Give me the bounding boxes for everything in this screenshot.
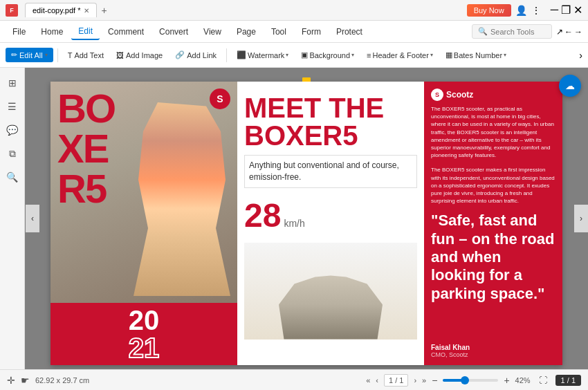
- header-footer-button[interactable]: ≡ Header & Footer ▾: [361, 48, 439, 62]
- content-area: ☁ S BOXER5: [25, 68, 588, 369]
- menu-home[interactable]: Home: [34, 24, 70, 39]
- boxer-title: BOXER5: [57, 89, 115, 209]
- boxer-description-1: The BOXER5 scooter, as practical as unco…: [431, 105, 555, 159]
- bates-chevron: ▾: [504, 52, 506, 58]
- zoom-out-button[interactable]: −: [432, 375, 437, 386]
- scooter-silhouette: [279, 270, 383, 340]
- toolbar: ✏ Edit All ▾ T Add Text 🖼 Add Image 🔗 Ad…: [0, 43, 588, 68]
- add-link-icon: 🔗: [175, 50, 185, 59]
- title-bar-right: Buy Now 👤 ⋮ ─ ❐ ✕: [467, 3, 582, 17]
- menu-bar: File Home Edit Comment Convert View Page…: [0, 21, 588, 43]
- search-tools-input[interactable]: [490, 28, 546, 36]
- add-image-icon: 🖼: [116, 51, 124, 59]
- zoom-in-button[interactable]: +: [504, 375, 509, 386]
- pdf-left-section: S BOXER5 20 21: [50, 82, 237, 365]
- restore-icon[interactable]: ❐: [561, 3, 571, 17]
- scootz-circle-logo: S: [431, 89, 443, 101]
- author-title: CMO, Scootz: [431, 351, 555, 358]
- page-nav-left-button[interactable]: ‹: [26, 205, 39, 232]
- sidebar-comment-icon[interactable]: 💬: [3, 120, 22, 140]
- quote-author: Faisal Khan CMO, Scootz: [431, 344, 555, 358]
- header-footer-chevron: ▾: [430, 52, 433, 58]
- menu-tool[interactable]: Tool: [264, 24, 293, 39]
- boxer-title-text: BOXER5: [57, 89, 115, 209]
- active-tab[interactable]: edit-copy.pdf * ✕: [25, 3, 97, 17]
- cloud-icon: ☁: [565, 80, 575, 91]
- nav-first-button[interactable]: «: [366, 376, 370, 384]
- status-bar: ✛ ☛ 62.92 x 29.7 cm « ‹ 1 / 1 › » − + 42…: [0, 369, 588, 390]
- page-nav-right-button[interactable]: ›: [574, 205, 588, 232]
- minimize-icon[interactable]: ─: [551, 3, 558, 17]
- menu-view[interactable]: View: [196, 24, 228, 39]
- year-box: 20 21: [50, 303, 237, 365]
- sidebar-search-icon[interactable]: 🔍: [3, 167, 22, 187]
- header-footer-icon: ≡: [367, 51, 371, 59]
- scooter-image: [244, 243, 417, 340]
- edit-all-chevron: ▾: [45, 52, 48, 58]
- watermark-icon: ⬛: [237, 50, 246, 59]
- hand-icon: ☛: [21, 375, 30, 386]
- boxer-subtitle: Anything but conventional and of course,…: [244, 155, 417, 188]
- toolbar-more-icon[interactable]: ›: [579, 50, 582, 61]
- nav-last-button[interactable]: »: [422, 376, 426, 384]
- menu-file[interactable]: File: [6, 24, 33, 39]
- sidebar-thumbnail-icon[interactable]: ⊞: [3, 73, 22, 93]
- nav-left-chevron-icon: ‹: [31, 214, 34, 223]
- menu-form[interactable]: Form: [295, 24, 328, 39]
- add-text-button[interactable]: T Add Text: [62, 48, 109, 62]
- zoom-slider-thumb[interactable]: [461, 376, 469, 384]
- meet-boxer-title: MEET THE BOXER5: [244, 94, 417, 149]
- menu-comment[interactable]: Comment: [101, 24, 151, 39]
- big-quote-text: "Safe, fast and fun – on the road and wh…: [431, 212, 555, 337]
- year-outline: 21: [129, 334, 160, 362]
- title-bar-left: F edit-copy.pdf * ✕ +: [6, 3, 112, 18]
- external-link-icon[interactable]: ↗: [556, 27, 563, 37]
- new-tab-button[interactable]: +: [97, 3, 112, 18]
- speed-display: 28 km/h: [244, 196, 417, 234]
- scootz-brand-name: Scootz: [446, 90, 473, 100]
- sidebar-bookmark-icon[interactable]: ☰: [3, 97, 22, 116]
- bates-number-button[interactable]: ▦ Bates Number ▾: [440, 48, 512, 62]
- close-icon[interactable]: ✕: [573, 3, 582, 17]
- page-input[interactable]: 1 / 1: [384, 374, 408, 387]
- toolbar-separator-2: [226, 48, 227, 62]
- sidebar-layers-icon[interactable]: ⧉: [3, 144, 22, 163]
- main-area: ⊞ ☰ 💬 ⧉ 🔍 ‹ ☁ S: [0, 68, 588, 369]
- background-button[interactable]: ▣ Background ▾: [295, 48, 360, 62]
- menu-edit[interactable]: Edit: [71, 24, 100, 40]
- person-photo: [134, 102, 230, 296]
- menu-icon[interactable]: ⋮: [531, 5, 541, 16]
- nav-next-button[interactable]: ›: [414, 376, 416, 384]
- cursor-icon: ✛: [7, 375, 15, 386]
- author-name: Faisal Khan: [431, 344, 555, 351]
- watermark-button[interactable]: ⬛ Watermark ▾: [231, 48, 294, 62]
- tab-area: edit-copy.pdf * ✕ +: [25, 3, 112, 18]
- floating-action-button[interactable]: ☁: [559, 75, 581, 97]
- menu-protect[interactable]: Protect: [329, 24, 369, 39]
- add-image-button[interactable]: 🖼 Add Image: [111, 48, 168, 62]
- scootz-logo-symbol: S: [217, 93, 223, 104]
- window-controls: ─ ❐ ✕: [551, 3, 582, 17]
- app-icon: F: [6, 4, 18, 17]
- menu-convert[interactable]: Convert: [152, 24, 195, 39]
- forward-icon[interactable]: →: [574, 27, 582, 37]
- scootz-logo-left: S: [210, 89, 230, 109]
- nav-prev-button[interactable]: ‹: [376, 376, 378, 384]
- edit-all-button[interactable]: ✏ Edit All ▾: [6, 48, 53, 62]
- background-chevron: ▾: [351, 52, 354, 58]
- tab-close-button[interactable]: ✕: [84, 7, 89, 15]
- watermark-chevron: ▾: [286, 52, 288, 58]
- zoom-slider[interactable]: [443, 379, 498, 382]
- search-icon: 🔍: [478, 27, 488, 36]
- left-sidebar: ⊞ ☰ 💬 ⧉ 🔍: [0, 68, 25, 369]
- back-icon[interactable]: ←: [564, 27, 573, 37]
- buy-now-button[interactable]: Buy Now: [467, 4, 511, 17]
- add-link-button[interactable]: 🔗 Add Link: [169, 48, 222, 62]
- fullscreen-button[interactable]: ⛶: [536, 373, 550, 387]
- user-icon[interactable]: 👤: [515, 5, 527, 16]
- nav-right-chevron-icon: ›: [580, 214, 582, 223]
- menu-page[interactable]: Page: [230, 24, 263, 39]
- status-bar-right: « ‹ 1 / 1 › » − + 42% ⛶ 1 / 1: [366, 373, 581, 387]
- pdf-middle-section: MEET THE BOXER5 Anything but conventiona…: [237, 82, 424, 365]
- speed-number: 28: [244, 196, 281, 234]
